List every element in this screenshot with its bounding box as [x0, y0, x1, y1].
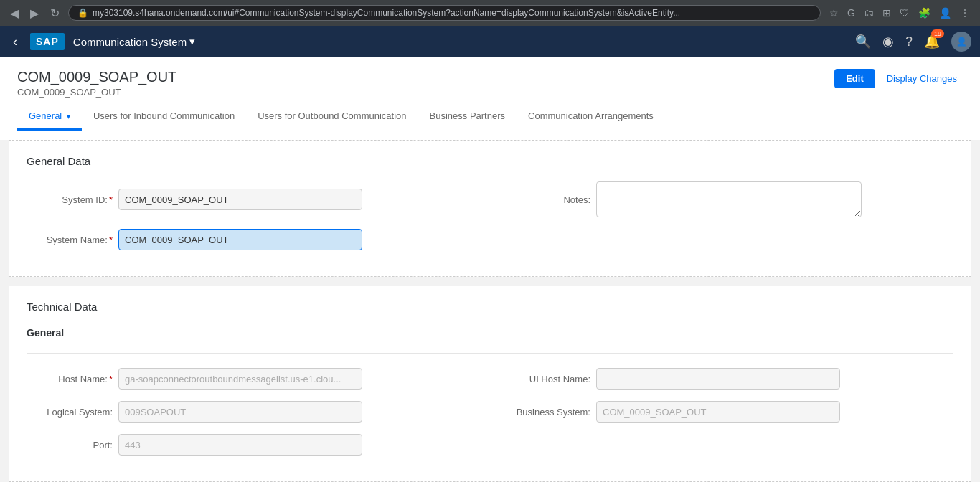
- page-title-section: COM_0009_SOAP_OUT COM_0009_SOAP_OUT: [17, 69, 176, 98]
- tab-general-chevron: ▾: [67, 113, 70, 121]
- logical-system-field: Logical System:: [27, 401, 476, 423]
- extension-shield-icon[interactable]: 🛡: [897, 6, 913, 20]
- browser-action-icons: ☆ G 🗂 ⊞ 🛡 🧩 👤 ⋮: [826, 6, 973, 20]
- general-data-section: General Data System ID: Notes: System Na…: [9, 140, 971, 277]
- form-row-system-name: System Name:: [27, 229, 953, 250]
- form-row-system-id: System ID: Notes:: [27, 181, 953, 217]
- user-settings-icon[interactable]: ◉: [882, 34, 894, 49]
- host-name-input[interactable]: [118, 368, 362, 390]
- back-button[interactable]: ◀: [7, 5, 22, 22]
- page-container: COM_0009_SOAP_OUT COM_0009_SOAP_OUT Edit…: [0, 57, 980, 500]
- content-area: General Data System ID: Notes: System Na…: [0, 140, 980, 482]
- menu-icon[interactable]: ⋮: [957, 6, 973, 20]
- page-header-top: COM_0009_SOAP_OUT COM_0009_SOAP_OUT Edit…: [17, 69, 963, 98]
- ui-host-name-label: UI Host Name:: [504, 374, 590, 385]
- system-id-label: System ID:: [27, 194, 113, 205]
- tab-business-partners[interactable]: Business Partners: [418, 103, 517, 131]
- form-row-logical-system: Logical System: Business System:: [27, 401, 953, 423]
- tab-users-outbound-label: Users for Outbound Communication: [258, 110, 406, 121]
- extension-puzzle-icon[interactable]: 🧩: [915, 6, 933, 20]
- tab-general-label: General: [29, 110, 62, 121]
- system-name-input[interactable]: [118, 229, 362, 250]
- notes-field: Notes:: [504, 181, 953, 217]
- page-header-actions: Edit Display Changes: [834, 69, 963, 88]
- forward-button[interactable]: ▶: [27, 5, 42, 22]
- sap-back-button[interactable]: ‹: [9, 33, 22, 51]
- avatar[interactable]: 👤: [951, 32, 971, 52]
- extension-grid-icon[interactable]: ⊞: [880, 6, 894, 20]
- tab-communication-arrangements[interactable]: Communication Arrangements: [517, 103, 665, 131]
- user-profile-icon[interactable]: 👤: [936, 6, 954, 20]
- notification-count: 19: [931, 29, 944, 38]
- system-id-field: System ID:: [27, 181, 476, 217]
- extension-google-icon[interactable]: G: [844, 6, 858, 20]
- header-icons: 🔍 ◉ ? 🔔 19 👤: [855, 32, 971, 52]
- business-system-field: Business System:: [504, 401, 953, 423]
- search-icon[interactable]: 🔍: [855, 34, 871, 49]
- logical-system-input[interactable]: [118, 401, 362, 423]
- notes-input[interactable]: [596, 181, 862, 217]
- reload-button[interactable]: ↻: [47, 5, 62, 22]
- tab-users-inbound[interactable]: Users for Inbound Communication: [82, 103, 246, 131]
- lock-icon: 🔒: [77, 8, 88, 18]
- app-title-text: Communication System: [73, 36, 187, 48]
- host-name-label: Host Name:: [27, 374, 113, 385]
- url-text: my303109.s4hana.ondemand.com/ui#Communic…: [93, 8, 680, 18]
- logical-system-label: Logical System:: [27, 407, 113, 418]
- tab-business-partners-label: Business Partners: [430, 110, 506, 121]
- page-title: COM_0009_SOAP_OUT: [17, 69, 176, 85]
- page-header: COM_0009_SOAP_OUT COM_0009_SOAP_OUT Edit…: [0, 57, 980, 131]
- ui-host-name-input[interactable]: [596, 368, 840, 390]
- host-name-field: Host Name:: [27, 368, 476, 390]
- edit-button[interactable]: Edit: [834, 69, 875, 88]
- general-data-title: General Data: [27, 155, 953, 167]
- tab-general[interactable]: General ▾: [17, 103, 82, 131]
- business-system-input[interactable]: [596, 401, 840, 423]
- extension-folder-icon[interactable]: 🗂: [861, 6, 877, 20]
- display-changes-button[interactable]: Display Changes: [881, 69, 963, 88]
- browser-chrome: ◀ ▶ ↻ 🔒 my303109.s4hana.ondemand.com/ui#…: [0, 0, 980, 26]
- notifications-icon[interactable]: 🔔 19: [924, 34, 940, 49]
- app-title-chevron: ▾: [189, 35, 195, 48]
- technical-data-section: Technical Data General Host Name: UI Hos…: [9, 286, 971, 482]
- port-input[interactable]: [118, 434, 362, 456]
- bookmark-icon[interactable]: ☆: [826, 6, 842, 20]
- sap-logo: SAP: [30, 33, 65, 50]
- system-name-field: System Name:: [27, 229, 476, 250]
- notes-label: Notes:: [504, 194, 590, 205]
- port-right-spacer: [504, 434, 953, 456]
- ui-host-name-field: UI Host Name:: [504, 368, 953, 390]
- system-name-label: System Name:: [27, 235, 113, 245]
- business-system-label: Business System:: [504, 407, 590, 418]
- subsection-divider: [27, 353, 953, 354]
- tab-users-inbound-label: Users for Inbound Communication: [93, 110, 235, 121]
- technical-subsection-title: General: [27, 327, 953, 344]
- port-label: Port:: [27, 440, 113, 451]
- tab-communication-arrangements-label: Communication Arrangements: [528, 110, 654, 121]
- system-name-right-spacer: [504, 229, 953, 250]
- port-field: Port:: [27, 434, 476, 456]
- page-subtitle: COM_0009_SOAP_OUT: [17, 87, 176, 98]
- tab-users-outbound[interactable]: Users for Outbound Communication: [246, 103, 418, 131]
- help-icon[interactable]: ?: [905, 34, 913, 49]
- sap-header: ‹ SAP Communication System ▾ 🔍 ◉ ? 🔔 19 …: [0, 26, 980, 57]
- system-id-input[interactable]: [118, 189, 362, 210]
- form-row-host-name: Host Name: UI Host Name:: [27, 368, 953, 390]
- app-title[interactable]: Communication System ▾: [73, 35, 195, 48]
- tabs-bar: General ▾ Users for Inbound Communicatio…: [17, 103, 963, 131]
- url-bar[interactable]: 🔒 my303109.s4hana.ondemand.com/ui#Commun…: [68, 5, 821, 21]
- form-row-port: Port:: [27, 434, 953, 456]
- technical-data-title: Technical Data: [27, 301, 953, 313]
